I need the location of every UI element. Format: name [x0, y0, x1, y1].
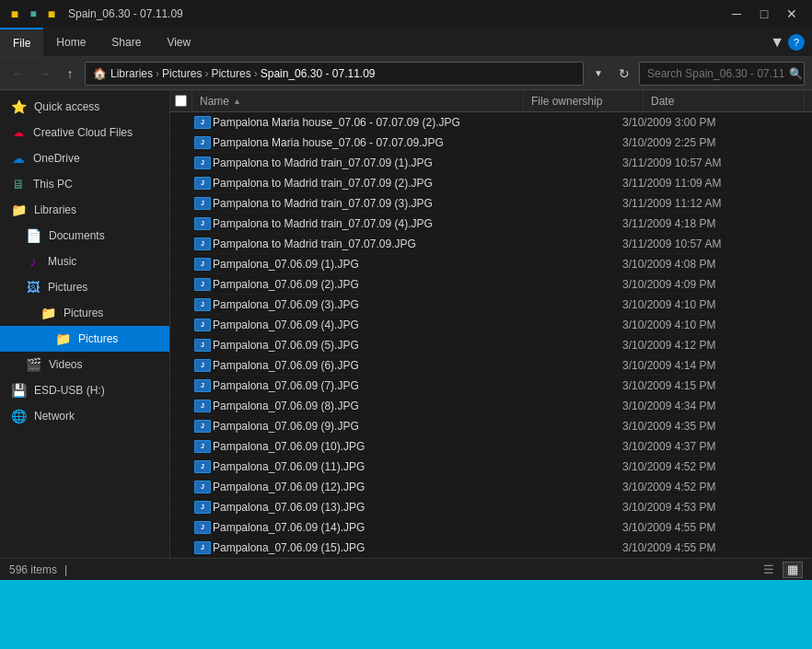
file-row[interactable]: J Pampalona_07.06.09 (3).JPG 3/10/2009 4…: [170, 295, 812, 315]
file-row[interactable]: J Pampalona to Madrid train_07.07.09 (4)…: [170, 214, 812, 234]
col-header-date[interactable]: Date: [644, 90, 805, 111]
file-row[interactable]: J Pampalona Maria house_07.06 - 07.07.09…: [170, 112, 812, 133]
jpg-icon-1: J: [194, 136, 211, 149]
file-row[interactable]: J Pampalona_07.06.09 (1).JPG 3/10/2009 4…: [170, 254, 812, 274]
sidebar-item-pictures-lib[interactable]: 🖼 Pictures: [0, 274, 169, 300]
sidebar-label-pictures-lib: Pictures: [48, 281, 87, 294]
path-current[interactable]: Spain_06.30 - 07.11.09: [261, 67, 376, 80]
file-icon-12: J: [192, 359, 213, 372]
sidebar-item-pictures-active[interactable]: 📁 Pictures: [0, 326, 169, 352]
file-row[interactable]: J Pampalona_07.06.09 (6).JPG 3/10/2009 4…: [170, 355, 812, 376]
file-date-18: 3/10/2009 4:52 PM: [622, 481, 812, 493]
back-button[interactable]: ←: [7, 63, 29, 85]
sidebar-item-libraries[interactable]: 📁 Libraries: [0, 197, 169, 223]
path-pictures1[interactable]: Pictures: [162, 67, 202, 80]
file-row[interactable]: J Pampalona_07.06.09 (13).JPG 3/10/2009 …: [170, 497, 812, 517]
help-icon[interactable]: ?: [788, 34, 805, 51]
sidebar-item-pictures-sub[interactable]: 📁 Pictures: [0, 300, 169, 326]
menu-bar: File Home Share View ▼ ?: [0, 28, 812, 57]
sidebar-item-this-pc[interactable]: 🖥 This PC: [0, 171, 169, 197]
file-row[interactable]: J Pampalona_07.06.09 (9).JPG 3/10/2009 4…: [170, 416, 812, 436]
jpg-icon-9: J: [194, 298, 211, 311]
file-row[interactable]: J Pampalona to Madrid train_07.07.09 (2)…: [170, 173, 812, 193]
sidebar-item-music[interactable]: ♪ Music: [0, 249, 169, 274]
col-header-check[interactable]: [170, 90, 192, 111]
file-name-18: Pampalona_07.06.09 (12).JPG: [213, 481, 503, 493]
sidebar-item-quick-access[interactable]: ⭐ Quick access: [0, 94, 169, 120]
jpg-icon-7: J: [194, 258, 211, 271]
file-row[interactable]: J Pampalona to Madrid train_07.07.09 (1)…: [170, 153, 812, 173]
file-row[interactable]: J Pampalona_07.06.09 (2).JPG 3/10/2009 4…: [170, 274, 812, 295]
file-date-9: 3/10/2009 4:10 PM: [622, 298, 812, 311]
file-name-11: Pampalona_07.06.09 (5).JPG: [213, 339, 503, 352]
minimize-button[interactable]: ─: [724, 5, 749, 23]
file-row[interactable]: J Pampalona_07.06.09 (4).JPG 3/10/2009 4…: [170, 315, 812, 335]
file-row[interactable]: J Pampalona_07.06.09 (14).JPG 3/10/2009 …: [170, 517, 812, 538]
file-row[interactable]: J Pampalona_07.06.09 (8).JPG 3/10/2009 4…: [170, 396, 812, 416]
file-date-11: 3/10/2009 4:12 PM: [622, 339, 812, 352]
jpg-icon-11: J: [194, 339, 211, 352]
sidebar-label-pictures-sub: Pictures: [64, 307, 103, 319]
menu-tab-file[interactable]: File: [0, 28, 43, 56]
refresh-button[interactable]: ↻: [613, 63, 635, 85]
col-header-ownership[interactable]: File ownership: [524, 90, 644, 111]
file-date-7: 3/10/2009 4:08 PM: [622, 258, 812, 271]
up-button[interactable]: ↑: [59, 63, 81, 85]
sidebar-item-onedrive[interactable]: ☁ OneDrive: [0, 145, 169, 171]
file-row[interactable]: J Pampalona_07.06.09 (15).JPG 3/10/2009 …: [170, 538, 812, 558]
large-icons-view-btn[interactable]: ▦: [783, 562, 803, 578]
file-row[interactable]: J Pampalona_07.06.09 (7).JPG 3/10/2009 4…: [170, 376, 812, 396]
videos-icon: 🎬: [26, 357, 41, 372]
menu-tab-view[interactable]: View: [154, 28, 203, 56]
path-pictures2[interactable]: Pictures: [211, 67, 250, 80]
path-libraries[interactable]: Libraries: [110, 67, 153, 80]
file-icon-21: J: [192, 541, 213, 554]
menu-tab-share[interactable]: Share: [99, 28, 154, 56]
file-icon-1: J: [192, 136, 213, 149]
expand-icon[interactable]: ▼: [770, 34, 784, 51]
item-count: 596 items: [9, 563, 57, 576]
app-icon-2: ■: [26, 6, 41, 21]
jpg-icon-3: J: [194, 177, 211, 190]
sidebar-item-documents[interactable]: 📄 Documents: [0, 223, 169, 249]
close-button[interactable]: ✕: [779, 5, 805, 23]
file-name-17: Pampalona_07.06.09 (11).JPG: [213, 460, 503, 473]
menu-tab-home[interactable]: Home: [43, 28, 99, 56]
search-input[interactable]: [647, 67, 785, 80]
sidebar-item-network[interactable]: 🌐 Network: [0, 403, 169, 429]
maximize-button[interactable]: □: [751, 5, 777, 23]
search-box[interactable]: 🔍: [639, 62, 805, 86]
file-name-3: Pampalona to Madrid train_07.07.09 (2).J…: [213, 177, 503, 190]
col-header-name[interactable]: Name ▲: [192, 90, 524, 111]
network-icon: 🌐: [11, 409, 27, 423]
esd-usb-icon: 💾: [11, 383, 27, 398]
details-view-btn[interactable]: ☰: [759, 562, 779, 578]
file-date-12: 3/10/2009 4:14 PM: [622, 359, 812, 372]
file-name-19: Pampalona_07.06.09 (13).JPG: [213, 501, 503, 514]
jpg-icon-16: J: [194, 440, 211, 453]
file-name-6: Pampalona to Madrid train_07.07.09.JPG: [213, 238, 503, 250]
file-row[interactable]: J Pampalona to Madrid train_07.07.09 (3)…: [170, 193, 812, 214]
forward-button[interactable]: →: [33, 63, 55, 85]
file-name-20: Pampalona_07.06.09 (14).JPG: [213, 521, 503, 534]
file-row[interactable]: J Pampalona_07.06.09 (10).JPG 3/10/2009 …: [170, 436, 812, 457]
file-row[interactable]: J Pampalona Maria house_07.06 - 07.07.09…: [170, 133, 812, 153]
sidebar-label-pictures-active: Pictures: [78, 332, 118, 345]
file-row[interactable]: J Pampalona_07.06.09 (11).JPG 3/10/2009 …: [170, 457, 812, 477]
file-row[interactable]: J Pampalona_07.06.09 (5).JPG 3/10/2009 4…: [170, 335, 812, 355]
sidebar-item-videos[interactable]: 🎬 Videos: [0, 352, 169, 377]
file-icon-18: J: [192, 481, 213, 493]
dropdown-btn[interactable]: ▼: [587, 63, 609, 85]
sidebar-item-esd-usb[interactable]: 💾 ESD-USB (H:): [0, 377, 169, 403]
select-all-checkbox[interactable]: [175, 95, 187, 107]
sidebar-item-creative-cloud[interactable]: ☁ Creative Cloud Files: [0, 120, 169, 145]
file-date-1: 3/10/2009 2:25 PM: [622, 136, 812, 149]
file-icon-7: J: [192, 258, 213, 271]
file-row[interactable]: J Pampalona to Madrid train_07.07.09.JPG…: [170, 234, 812, 254]
jpg-icon-17: J: [194, 460, 211, 473]
file-row[interactable]: J Pampalona_07.06.09 (12).JPG 3/10/2009 …: [170, 477, 812, 497]
creative-cloud-icon: ☁: [11, 126, 26, 139]
address-path[interactable]: 🏠 Libraries › Pictures › Pictures › Spai…: [85, 62, 584, 86]
app-icon-1: ■: [7, 6, 22, 21]
file-icon-14: J: [192, 400, 213, 412]
